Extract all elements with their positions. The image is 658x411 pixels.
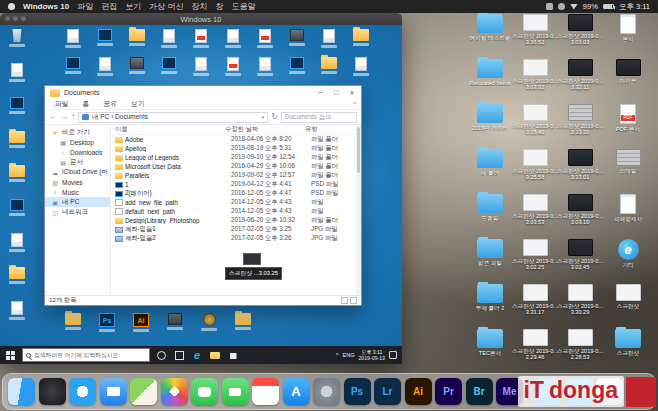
windows-desktop-icon-psd[interactable] bbox=[58, 57, 88, 74]
windows-desktop-icon-doc[interactable] bbox=[90, 57, 120, 76]
nav-item[interactable]: ♪Music bbox=[45, 187, 110, 197]
battery-icon[interactable] bbox=[603, 4, 614, 9]
windows-desktop-icon-ps[interactable] bbox=[92, 313, 122, 332]
explorer-title-bar[interactable]: Documents − □ × bbox=[45, 86, 361, 99]
file-row[interactable]: add_new_file_path2014-12-05 오후 4:43파일 bbox=[111, 198, 356, 207]
explorer-search-input[interactable]: Documents 검색 bbox=[281, 112, 357, 123]
ribbon-tab[interactable]: 홈 bbox=[76, 99, 97, 109]
column-header[interactable]: 수정한 날짜 bbox=[225, 125, 305, 134]
file-row[interactable]: 계좌-믿음12017-02-05 오후 3:25JPG 파일 bbox=[111, 225, 356, 234]
menu-item[interactable]: 창 bbox=[215, 1, 223, 12]
windows-desktop-icon-folder[interactable] bbox=[58, 313, 88, 330]
tray-chevron-icon[interactable]: ^ bbox=[336, 352, 339, 358]
column-header[interactable]: 유형 bbox=[305, 125, 356, 134]
nav-item[interactable]: ★바로 가기 bbox=[45, 127, 110, 137]
nav-item[interactable]: ▣내 PC bbox=[45, 197, 110, 207]
dock-mail[interactable] bbox=[100, 378, 127, 405]
mac-desktop-icon[interactable]: 스크린샷 2019-0...3.02.25 bbox=[511, 239, 559, 271]
mac-desktop-icon[interactable]: TEC문서 bbox=[466, 329, 514, 356]
nav-item[interactable]: ↓Downloads bbox=[45, 147, 110, 157]
mac-desktop-icon[interactable]: 스크린샷 2019-0...3.02.45 bbox=[556, 239, 604, 271]
taskbar-search-input[interactable]: 검색하려면 여기에 입력하십시오. bbox=[22, 348, 150, 362]
maximize-button[interactable]: □ bbox=[328, 86, 344, 99]
forward-button[interactable]: → bbox=[60, 113, 68, 121]
notification-center-icon[interactable] bbox=[389, 351, 397, 359]
app-menu[interactable]: Windows 10 bbox=[23, 2, 69, 11]
dock-launchpad[interactable] bbox=[39, 378, 66, 405]
mac-desktop-icon[interactable]: 스크린샷 2019-0...3.35.40 bbox=[511, 104, 559, 136]
icons-view-button[interactable] bbox=[350, 297, 357, 304]
wifi-icon[interactable] bbox=[570, 4, 578, 10]
windows-desktop-icon-doc[interactable] bbox=[218, 29, 248, 48]
windows-desktop-icon-recycle[interactable] bbox=[2, 29, 32, 47]
mac-desktop-icon[interactable]: 스크린샷 2019-0...3.03.10 bbox=[556, 194, 604, 226]
file-row[interactable]: Adobe2018-04-06 오후 8:20파일 폴더 bbox=[111, 135, 356, 144]
mac-desktop-icon[interactable]: 스크린샷 2019-0...3.31.17 bbox=[511, 284, 559, 316]
mac-desktop-icon[interactable]: 스크린샷 2019-0...3.32.11 bbox=[556, 59, 604, 91]
taskbar-clock[interactable]: 오후 3:11 2019-09-13 bbox=[358, 349, 385, 362]
file-explorer-icon[interactable] bbox=[208, 348, 222, 362]
dock-calendar[interactable] bbox=[252, 378, 279, 405]
windows-desktop-icon-lol[interactable] bbox=[194, 313, 224, 331]
address-bar[interactable]: 내 PC › Documents ▾ bbox=[78, 112, 268, 123]
windows-desktop-icon-folder[interactable] bbox=[314, 57, 344, 74]
ribbon-tab[interactable]: 공유 bbox=[96, 99, 124, 109]
nav-item[interactable]: ▦Desktop bbox=[45, 137, 110, 147]
windows-desktop-icon-doc[interactable] bbox=[250, 57, 280, 76]
dock-finder[interactable] bbox=[8, 378, 35, 405]
windows-desktop-icon-ai[interactable] bbox=[126, 313, 156, 332]
dock-maps[interactable] bbox=[130, 378, 157, 405]
mac-desktop-icon[interactable]: 기타 bbox=[604, 239, 652, 268]
windows-desktop-icon-pdf[interactable] bbox=[218, 57, 248, 76]
windows-desktop-icon-pdf[interactable] bbox=[186, 29, 216, 48]
windows-desktop-icon-app[interactable] bbox=[282, 29, 312, 46]
mac-desktop-icon[interactable]: 리테일 bbox=[604, 149, 652, 174]
minimize-button[interactable] bbox=[13, 16, 18, 21]
dock-premiere[interactable]: Pr bbox=[435, 378, 462, 405]
windows-desktop-icon-psd[interactable] bbox=[282, 57, 312, 74]
minimize-button[interactable]: − bbox=[312, 86, 328, 99]
windows-desktop-icon-doc[interactable] bbox=[2, 233, 32, 252]
windows-desktop-icon-psd[interactable] bbox=[2, 199, 32, 216]
dock-lightroom[interactable]: Lr bbox=[374, 378, 401, 405]
close-button[interactable] bbox=[5, 16, 10, 21]
mac-desktop-icon[interactable]: 받은 파일 bbox=[466, 239, 514, 266]
windows-desktop-icon-doc[interactable] bbox=[346, 57, 376, 76]
dock-facetime[interactable] bbox=[222, 378, 249, 405]
mac-desktop-icon[interactable]: PDF 문서 bbox=[604, 104, 652, 132]
dragged-file-thumbnail[interactable] bbox=[243, 253, 261, 265]
scrollbar[interactable] bbox=[356, 125, 361, 295]
parallels-status-icon[interactable] bbox=[546, 3, 553, 10]
menu-item[interactable]: 장치 bbox=[191, 1, 207, 12]
mac-desktop-icon[interactable]: 스크린샷 2019-0...3.03.53 bbox=[511, 194, 559, 226]
file-row[interactable]: Parallels2019-09-02 오후 12:57파일 폴더 bbox=[111, 171, 356, 180]
vm-title-bar[interactable]: Windows 10 bbox=[0, 13, 402, 25]
mac-desktop-icon[interactable]: 스크린샷 2019-0...3.30.29 bbox=[556, 284, 604, 316]
back-button[interactable]: ← bbox=[49, 113, 57, 121]
windows-desktop-icon-doc[interactable] bbox=[186, 57, 216, 76]
menu-item[interactable]: 보기 bbox=[125, 1, 141, 12]
windows-desktop-icon-doc[interactable] bbox=[314, 29, 344, 48]
up-button[interactable]: ↑ bbox=[71, 113, 75, 121]
menu-item[interactable]: 파일 bbox=[77, 1, 93, 12]
windows-desktop-icon-folder[interactable] bbox=[2, 165, 32, 182]
windows-desktop-icon-psd[interactable] bbox=[154, 57, 184, 74]
ribbon-collapse-icon[interactable]: ^ bbox=[353, 101, 361, 107]
dock-illustrator[interactable]: Ai bbox=[405, 378, 432, 405]
mac-desktop-icon[interactable]: 새 폴더 bbox=[466, 149, 514, 176]
mac-desktop-icon[interactable]: 피해명세서 bbox=[604, 194, 652, 222]
chevron-down-icon[interactable]: ▾ bbox=[262, 114, 265, 120]
edge-icon[interactable] bbox=[190, 348, 204, 362]
menu-item[interactable]: 편집 bbox=[101, 1, 117, 12]
file-row[interactable]: League of Legends2019-09-10 오후 12:54파일 폴… bbox=[111, 153, 356, 162]
windows-desktop-icon-psd[interactable] bbox=[90, 29, 120, 46]
start-button[interactable] bbox=[2, 346, 18, 364]
file-row[interactable]: 2(레이어)2016-12-05 오후 4:47PSD 파일 bbox=[111, 189, 356, 198]
bluetooth-icon[interactable] bbox=[558, 3, 565, 10]
menu-item[interactable]: 도움말 bbox=[231, 1, 255, 12]
mac-desktop-icon[interactable]: 아이폰 bbox=[604, 59, 652, 84]
windows-desktop-icon-folder[interactable] bbox=[228, 313, 258, 330]
dock-messages[interactable] bbox=[191, 378, 218, 405]
mac-desktop-icon[interactable]: 스크린샷 2019-0...2.28.53 bbox=[556, 329, 604, 361]
dock-bridge[interactable]: Br bbox=[466, 378, 493, 405]
